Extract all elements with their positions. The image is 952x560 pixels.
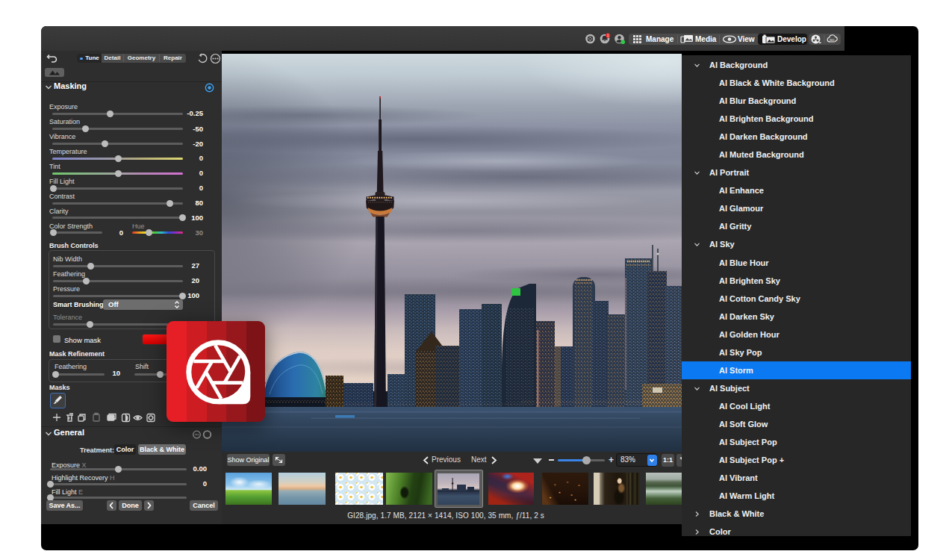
svg-text:365: 365 <box>830 38 835 42</box>
